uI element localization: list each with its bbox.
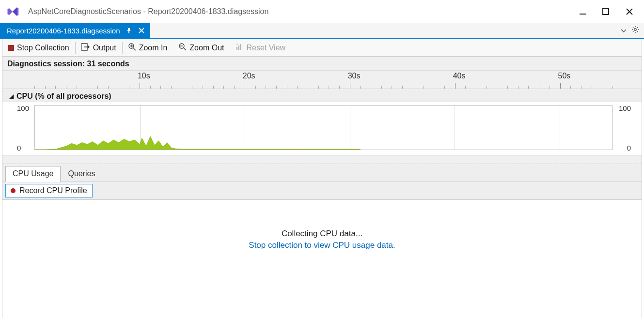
record-cpu-profile-button[interactable]: Record CPU Profile	[5, 184, 93, 197]
cpu-chart-title: CPU (% of all processors)	[16, 92, 111, 101]
document-tab-active[interactable]: Report20200406-1833.diagsession	[0, 23, 150, 38]
y-axis-min-right: 0	[627, 144, 631, 152]
svg-rect-7	[238, 45, 239, 50]
svg-rect-1	[603, 9, 609, 15]
zoom-in-label: Zoom In	[139, 44, 168, 52]
reset-view-button: Reset View	[230, 39, 291, 56]
stop-collection-button[interactable]: Stop Collection	[2, 39, 75, 56]
visual-studio-logo-icon	[6, 5, 19, 18]
detail-tabs: CPU Usage Queries	[2, 164, 642, 182]
stop-collection-label: Stop Collection	[17, 44, 69, 52]
window-minimize-button[interactable]	[578, 7, 588, 16]
svg-rect-8	[240, 44, 241, 50]
reset-view-label: Reset View	[246, 44, 285, 52]
zoom-out-label: Zoom Out	[189, 44, 224, 52]
stop-icon	[8, 45, 14, 51]
status-message-area: Collecting CPU data... Stop collection t…	[2, 200, 642, 318]
zoom-out-icon	[179, 43, 187, 53]
y-axis-max-right: 100	[619, 104, 631, 112]
resize-splitter[interactable]	[2, 155, 642, 164]
window-titlebar: AspNetCoreDiagnosticScenarios - Report20…	[0, 0, 644, 23]
output-label: Output	[93, 44, 116, 52]
output-arrow-icon	[81, 43, 90, 53]
cpu-chart-area: 100 0 100 0	[2, 102, 642, 155]
tab-queries[interactable]: Queries	[61, 166, 102, 182]
svg-rect-0	[580, 14, 586, 15]
settings-gear-icon[interactable]	[631, 26, 639, 35]
cpu-chart-header[interactable]: ◢ CPU (% of all processors)	[2, 89, 642, 102]
zoom-in-button[interactable]: Zoom In	[123, 39, 173, 56]
pin-icon[interactable]	[125, 27, 133, 34]
document-tab-label: Report20200406-1833.diagsession	[7, 27, 120, 35]
cpu-chart-plot[interactable]	[34, 105, 613, 150]
diagnostics-frame: Stop Collection Output Zoom In Zoom Out	[2, 39, 642, 318]
document-tab-row: Report20200406-1833.diagsession	[0, 23, 644, 38]
ruler-tick-label: 30s	[348, 72, 361, 80]
ruler-tick-label: 40s	[453, 72, 466, 80]
close-tab-icon[interactable]	[138, 27, 145, 34]
y-axis-max-left: 100	[17, 104, 29, 112]
record-dot-icon	[11, 188, 16, 193]
ruler-tick-label: 20s	[243, 72, 255, 80]
tab-overflow-icon[interactable]	[621, 26, 627, 35]
window-controls	[578, 7, 638, 16]
record-toolbar: Record CPU Profile	[2, 182, 642, 200]
window-close-button[interactable]	[625, 7, 634, 16]
output-button[interactable]: Output	[76, 39, 122, 56]
session-duration-label: Diagnostics session: 31 seconds	[2, 57, 642, 71]
stop-collection-link[interactable]: Stop collection to view CPU usage data.	[249, 241, 395, 250]
reset-view-icon	[236, 43, 243, 53]
svg-rect-6	[236, 47, 237, 50]
svg-point-2	[634, 29, 636, 30]
y-axis-min-left: 0	[17, 144, 21, 152]
zoom-out-button[interactable]: Zoom Out	[173, 39, 230, 56]
collecting-status-text: Collecting CPU data...	[282, 229, 362, 239]
ruler-tick-label: 10s	[138, 72, 150, 80]
ruler-tick-label: 50s	[558, 72, 571, 80]
window-maximize-button[interactable]	[601, 7, 611, 16]
collapse-triangle-icon: ◢	[9, 93, 14, 100]
tab-cpu-usage[interactable]: CPU Usage	[5, 166, 61, 182]
window-title: AspNetCoreDiagnosticScenarios - Report20…	[28, 7, 578, 16]
zoom-in-icon	[128, 43, 136, 53]
timeline-ruler[interactable]: 10s20s30s40s50s	[2, 71, 642, 89]
record-button-label: Record CPU Profile	[19, 186, 87, 195]
diagnostics-toolbar: Stop Collection Output Zoom In Zoom Out	[2, 39, 642, 57]
